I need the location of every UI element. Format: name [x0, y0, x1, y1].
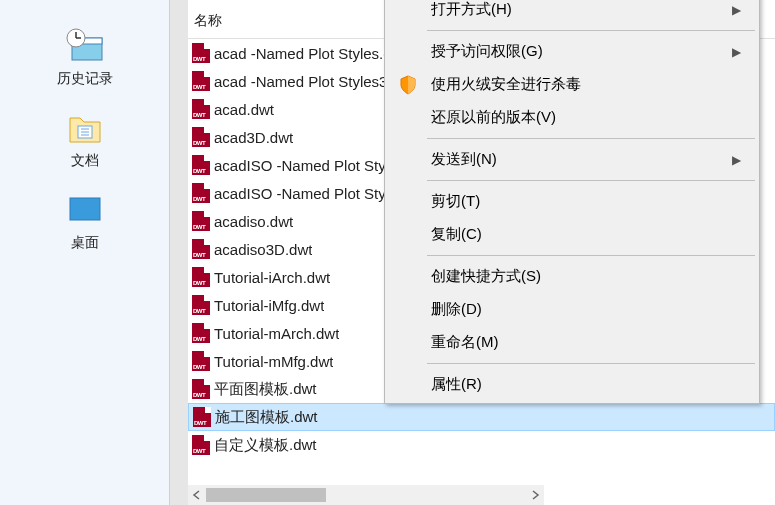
- dwt-file-icon: [192, 295, 210, 315]
- dwt-file-icon: [193, 407, 211, 427]
- menu-item[interactable]: 还原以前的版本(V): [387, 101, 757, 134]
- menu-item-label: 打开方式(H): [431, 0, 512, 19]
- documents-icon: [64, 110, 106, 146]
- panel-divider: [170, 0, 188, 505]
- menu-item[interactable]: 使用火绒安全进行杀毒: [387, 68, 757, 101]
- menu-item[interactable]: 创建快捷方式(S): [387, 260, 757, 293]
- file-name: acadiso3D.dwt: [214, 241, 312, 258]
- submenu-arrow-icon: ▶: [732, 3, 741, 17]
- menu-item-label: 发送到(N): [431, 150, 497, 169]
- sidebar: 历史记录 文档 桌面: [0, 0, 170, 505]
- scroll-track[interactable]: [206, 486, 526, 504]
- menu-item-label: 授予访问权限(G): [431, 42, 543, 61]
- dwt-file-icon: [192, 435, 210, 455]
- menu-item[interactable]: 打开方式(H)▶: [387, 0, 757, 26]
- desktop-icon: [64, 192, 106, 228]
- menu-item-label: 创建快捷方式(S): [431, 267, 541, 286]
- file-name: acad -Named Plot Styles.dwt: [214, 45, 407, 62]
- file-name: Tutorial-mArch.dwt: [214, 325, 339, 342]
- sidebar-item-label: 桌面: [71, 234, 99, 252]
- sidebar-item-label: 文档: [71, 152, 99, 170]
- file-name: 自定义模板.dwt: [214, 436, 317, 455]
- file-name: 平面图模板.dwt: [214, 380, 317, 399]
- sidebar-item-label: 历史记录: [57, 70, 113, 88]
- dwt-file-icon: [192, 183, 210, 203]
- menu-item[interactable]: 重命名(M): [387, 326, 757, 359]
- dwt-file-icon: [192, 379, 210, 399]
- file-name: 施工图模板.dwt: [215, 408, 318, 427]
- history-icon: [64, 28, 106, 64]
- file-name: acad3D.dwt: [214, 129, 293, 146]
- file-name: Tutorial-iArch.dwt: [214, 269, 330, 286]
- menu-item[interactable]: 发送到(N)▶: [387, 143, 757, 176]
- menu-separator: [427, 30, 755, 31]
- file-row[interactable]: 自定义模板.dwt: [188, 431, 775, 459]
- file-name: acad.dwt: [214, 101, 274, 118]
- menu-item[interactable]: 删除(D): [387, 293, 757, 326]
- menu-item[interactable]: 复制(C): [387, 218, 757, 251]
- scroll-right-arrow[interactable]: [526, 486, 544, 504]
- scroll-left-arrow[interactable]: [188, 486, 206, 504]
- menu-item-label: 还原以前的版本(V): [431, 108, 556, 127]
- dwt-file-icon: [192, 71, 210, 91]
- svg-rect-9: [70, 198, 100, 220]
- file-name: Tutorial-iMfg.dwt: [214, 297, 324, 314]
- submenu-arrow-icon: ▶: [732, 153, 741, 167]
- horizontal-scrollbar[interactable]: [188, 485, 544, 505]
- dwt-file-icon: [192, 267, 210, 287]
- file-name: Tutorial-mMfg.dwt: [214, 353, 333, 370]
- menu-item-label: 复制(C): [431, 225, 482, 244]
- dwt-file-icon: [192, 99, 210, 119]
- menu-item-label: 使用火绒安全进行杀毒: [431, 75, 581, 94]
- context-menu: 打开方式(H)▶授予访问权限(G)▶使用火绒安全进行杀毒还原以前的版本(V)发送…: [384, 0, 760, 404]
- submenu-arrow-icon: ▶: [732, 45, 741, 59]
- dwt-file-icon: [192, 211, 210, 231]
- dwt-file-icon: [192, 43, 210, 63]
- dwt-file-icon: [192, 323, 210, 343]
- menu-item[interactable]: 授予访问权限(G)▶: [387, 35, 757, 68]
- menu-separator: [427, 255, 755, 256]
- sidebar-item-history[interactable]: 历史记录: [0, 28, 169, 88]
- dwt-file-icon: [192, 155, 210, 175]
- file-row[interactable]: 施工图模板.dwt: [188, 403, 775, 431]
- menu-item-label: 剪切(T): [431, 192, 480, 211]
- menu-item[interactable]: 剪切(T): [387, 185, 757, 218]
- dwt-file-icon: [192, 239, 210, 259]
- dwt-file-icon: [192, 127, 210, 147]
- menu-item-label: 属性(R): [431, 375, 482, 394]
- file-name: acadiso.dwt: [214, 213, 293, 230]
- sidebar-item-documents[interactable]: 文档: [0, 110, 169, 170]
- dwt-file-icon: [192, 351, 210, 371]
- menu-item-label: 删除(D): [431, 300, 482, 319]
- menu-separator: [427, 138, 755, 139]
- menu-separator: [427, 180, 755, 181]
- menu-item-label: 重命名(M): [431, 333, 499, 352]
- menu-item[interactable]: 属性(R): [387, 368, 757, 401]
- scroll-thumb[interactable]: [206, 488, 326, 502]
- sidebar-item-desktop[interactable]: 桌面: [0, 192, 169, 252]
- menu-separator: [427, 363, 755, 364]
- shield-icon: [397, 74, 419, 96]
